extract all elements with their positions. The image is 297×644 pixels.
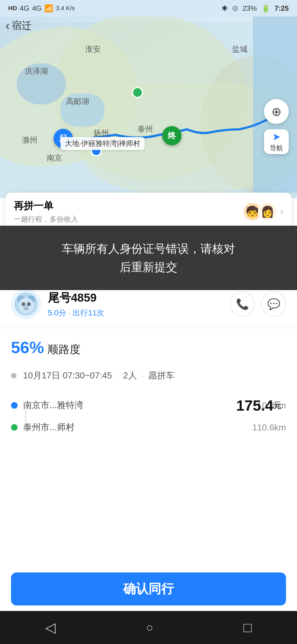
location-button[interactable]: ⊕ <box>264 99 289 124</box>
detour-percentage: 56% <box>11 338 44 357</box>
route-line <box>25 401 26 423</box>
location-icon: ⊙ <box>232 4 238 13</box>
map-area: 大地·伊丽雅特湾|禅师村 起 终 淮安 盐城 洪泽湖 高邮湖 扬州 泰州 滁州 … <box>0 0 297 198</box>
origin-dot-icon <box>11 402 18 409</box>
message-button[interactable]: 💬 <box>261 292 286 316</box>
trip-datetime: 10月17日 07:30~07:45 <box>23 370 112 382</box>
nav-recent-button[interactable]: □ <box>244 620 252 635</box>
wifi-icon: 📶 <box>44 4 53 13</box>
carpool-title: 再拼一单 <box>14 199 78 213</box>
home-nav-icon: ○ <box>146 621 153 634</box>
carpool-avatars: 🧒 👩 <box>243 202 277 221</box>
back-arrow-icon: ‹ <box>6 19 10 32</box>
price-value: 175.4 <box>236 397 273 414</box>
bluetooth-icon: ✱ <box>222 4 228 13</box>
status-bar: HD 4G 4G 📶 3.4 K/s ✱ ⊙ 23% 🔋 7:25 <box>0 0 297 17</box>
route-info: 南京市...雅特湾 10.8km 175.4 元 › 泰州市...师村 110.… <box>0 394 297 444</box>
network-speed: 3.4 K/s <box>56 5 75 12</box>
battery-icon: 🔋 <box>261 4 270 13</box>
price-unit: 元 <box>273 400 282 411</box>
back-nav-icon: ◁ <box>45 620 56 635</box>
route-green-dot <box>132 87 143 98</box>
destination-dist: 110.6km <box>252 422 286 433</box>
map-label-nanjing: 南京 <box>47 153 62 163</box>
recent-nav-icon: □ <box>244 620 252 635</box>
trip-passengers: 2人 <box>123 370 137 382</box>
place-label: 大地·伊丽雅特湾|禅师村 <box>61 137 145 150</box>
trip-datetime-row: 10月17日 07:30~07:45 · 2人 · 愿拼车 <box>11 365 286 386</box>
toast-overlay: 车辆所有人身份证号错误，请核对后重新提交 <box>0 226 297 290</box>
carpool-text: 再拼一单 一趟行程，多份收入 <box>14 199 78 224</box>
confirm-button[interactable]: 确认同行 <box>11 572 286 605</box>
price-chevron-icon: › <box>283 401 286 410</box>
nav-home-button[interactable]: ○ <box>146 621 153 634</box>
status-right: ✱ ⊙ 23% 🔋 7:25 <box>222 4 289 13</box>
confirm-label: 确认同行 <box>123 580 174 597</box>
status-left: HD 4G 4G 📶 3.4 K/s <box>8 4 75 13</box>
nav-btn-label: 导航 <box>270 144 283 152</box>
detour-label: 顺路度 <box>48 343 81 355</box>
svg-point-5 <box>21 302 25 306</box>
map-label-yancheng: 盐城 <box>232 44 248 54</box>
navigate-icon: ➤ <box>272 131 280 143</box>
driver-info: 尾号4859 5.0分 · 出行11次 <box>48 290 230 318</box>
driver-avatar <box>11 289 41 319</box>
end-marker: 终 <box>162 126 182 145</box>
svg-point-6 <box>27 302 31 306</box>
map-label-gaoyou: 高邮湖 <box>66 96 89 107</box>
back-label: 宿迁 <box>12 19 32 32</box>
signal-4g1: 4G <box>20 4 29 13</box>
destination-row: 泰州市...师村 110.6km <box>11 416 286 438</box>
bottom-nav: ◁ ○ □ <box>0 611 297 644</box>
hd-icon: HD <box>8 5 17 12</box>
driver-plate: 尾号4859 <box>48 290 230 305</box>
carpool-right: 🧒 👩 › <box>243 202 283 221</box>
detour-row: 56% 顺路度 <box>0 328 297 362</box>
driver-actions: 📞 💬 <box>230 292 286 316</box>
chevron-right-icon: › <box>280 206 283 217</box>
nav-back-button[interactable]: ◁ <box>45 620 56 635</box>
toast-message: 车辆所有人身份证号错误，请核对后重新提交 <box>16 239 280 276</box>
trip-details: 10月17日 07:30~07:45 · 2人 · 愿拼车 <box>0 362 297 394</box>
clock: 7:25 <box>274 4 289 13</box>
navigation-button[interactable]: ➤ 导航 <box>264 129 289 154</box>
location-crosshair-icon: ⊕ <box>271 105 282 119</box>
content-card: 尾号4859 5.0分 · 出行11次 📞 💬 56% 顺路度 10月17日 0… <box>0 281 297 611</box>
origin-row: 南京市...雅特湾 10.8km 175.4 元 › <box>11 394 286 416</box>
chat-icon: 💬 <box>267 298 280 310</box>
battery-pct: 23% <box>243 4 257 13</box>
avatar-2: 👩 <box>258 202 277 221</box>
carpool-banner[interactable]: 再拼一单 一趟行程，多份收入 🧒 👩 › <box>6 193 292 231</box>
map-label-huaian: 淮安 <box>85 44 101 54</box>
map-label-taizhou: 泰州 <box>138 124 153 134</box>
price-box: 175.4 元 › <box>236 397 286 414</box>
origin-name: 南京市...雅特湾 <box>23 399 253 411</box>
map-back[interactable]: ‹ 宿迁 <box>6 19 32 32</box>
call-button[interactable]: 📞 <box>230 292 255 316</box>
carpool-subtitle: 一趟行程，多份收入 <box>14 214 78 224</box>
destination-dot-icon <box>11 424 18 431</box>
map-label-chuzhou: 滁州 <box>22 135 37 145</box>
driver-stats: 5.0分 · 出行11次 <box>48 308 230 318</box>
phone-icon: 📞 <box>236 298 249 310</box>
destination-name: 泰州市...师村 <box>23 421 248 433</box>
signal-4g2: 4G <box>32 4 42 13</box>
trip-preference: 愿拼车 <box>148 370 175 382</box>
gray-dot-icon <box>11 373 16 378</box>
map-label-hongze: 洪泽湖 <box>25 66 48 77</box>
